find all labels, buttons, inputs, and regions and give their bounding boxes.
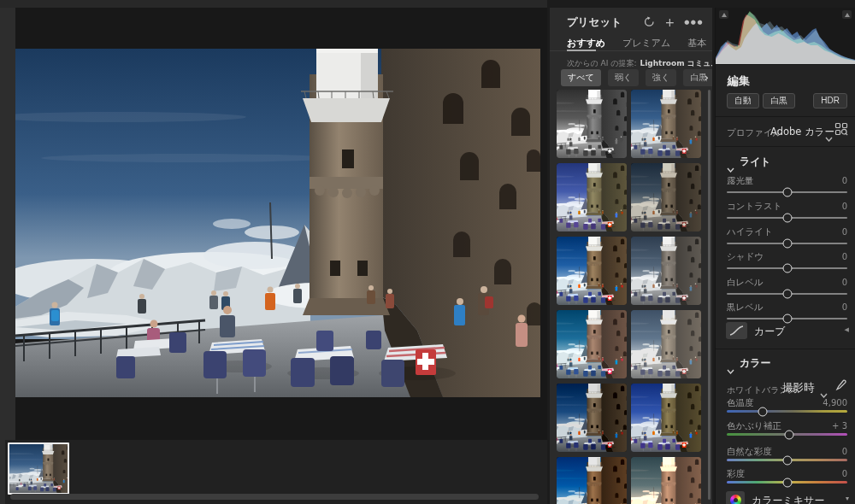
wb-value[interactable]: 撮影時	[782, 381, 815, 396]
vibrance-slider[interactable]	[727, 459, 847, 461]
filter-chip-strong[interactable]: 強く	[646, 69, 676, 86]
bw-button[interactable]: 白黒	[763, 93, 795, 108]
preset-thumbnail[interactable]	[557, 237, 627, 305]
curve-icon[interactable]	[726, 322, 747, 339]
preset-thumbnail[interactable]	[631, 237, 701, 305]
chips-scroll-right-icon[interactable]: ›	[705, 71, 709, 84]
lightroom-app: プリセット + ●●● おすすめ プレミアム 基本 次からの AI の提案:Li…	[0, 0, 855, 504]
top-strip	[0, 0, 547, 8]
filmstrip-thumbnail[interactable]	[8, 442, 69, 495]
divider	[716, 349, 855, 349]
slider-value: 0	[842, 302, 847, 312]
preset-thumbnail[interactable]	[631, 384, 701, 452]
slider-value: 0	[842, 227, 847, 237]
edit-panel: 編集 自動 白黒 HDR プロファイル Adobe カラー ライト 露光量 0 …	[715, 8, 855, 504]
preset-thumbnail[interactable]	[557, 90, 627, 158]
shadow-clipping-icon[interactable]	[719, 10, 728, 19]
divider	[716, 64, 855, 65]
whites-slider[interactable]	[727, 293, 847, 295]
preset-thumbnail[interactable]	[631, 163, 701, 231]
collapse-left-icon[interactable]: ◀	[845, 326, 849, 333]
hdr-button[interactable]: HDR	[813, 93, 847, 108]
divider	[716, 116, 855, 117]
slider-value: 0	[842, 252, 847, 261]
preset-thumbnail[interactable]	[557, 457, 627, 504]
slider-label: 自然な彩度	[727, 446, 772, 458]
ai-suggestion-text: 次からの AI の提案:Lightroom コミュニティ	[567, 58, 712, 69]
divider	[716, 146, 855, 147]
presets-scrollbar[interactable]	[708, 90, 711, 500]
preset-thumbnail[interactable]	[557, 163, 627, 231]
preset-grid	[557, 90, 701, 504]
preset-thumbnail[interactable]	[557, 310, 627, 378]
temperature-slider[interactable]	[727, 410, 847, 413]
edit-title: 編集	[728, 73, 750, 89]
filmstrip	[5, 440, 547, 504]
chevron-down-icon[interactable]	[825, 129, 833, 145]
slider-label: ハイライト	[727, 226, 773, 238]
slider-label: 露光量	[727, 175, 754, 187]
slider-value: 4,900	[823, 398, 847, 407]
revert-icon[interactable]	[644, 16, 655, 28]
preset-thumbnail[interactable]	[557, 384, 627, 452]
browse-profiles-icon[interactable]	[834, 122, 848, 139]
slider-value: 0	[842, 176, 847, 185]
color-wheel-icon[interactable]	[726, 491, 745, 504]
chevron-down-icon[interactable]	[727, 160, 734, 176]
slider-label: 黒レベル	[727, 302, 764, 314]
preset-thumbnail[interactable]	[631, 457, 701, 504]
exposure-slider[interactable]	[727, 191, 847, 193]
tab-recommended[interactable]: おすすめ	[567, 37, 605, 50]
slider-label: 白レベル	[727, 277, 764, 289]
color-section-header[interactable]: カラー	[740, 356, 771, 371]
collapse-down-icon[interactable]: ▾	[846, 495, 849, 502]
histogram[interactable]	[716, 8, 855, 64]
left-toolbar-rail	[0, 8, 15, 504]
slider-value: 0	[842, 202, 847, 211]
slider-value: 0	[842, 447, 847, 456]
highlights-slider[interactable]	[727, 243, 847, 244]
active-tab-underline	[567, 50, 596, 51]
light-section-header[interactable]: ライト	[740, 155, 771, 169]
slider-value: + 3	[832, 421, 847, 431]
slider-label: 色かぶり補正	[727, 420, 781, 432]
preset-thumbnail[interactable]	[631, 310, 701, 378]
add-preset-icon[interactable]: +	[664, 16, 675, 28]
slider-label: 色温度	[727, 397, 754, 409]
saturation-slider[interactable]	[727, 481, 847, 483]
presets-panel: プリセット + ●●● おすすめ プレミアム 基本 次からの AI の提案:Li…	[550, 8, 712, 504]
tab-basic[interactable]: 基本	[687, 37, 706, 50]
presets-title: プリセット	[567, 15, 622, 30]
highlight-clipping-icon[interactable]	[842, 10, 852, 19]
filter-chip-subtle[interactable]: 弱く	[608, 69, 639, 86]
slider-value: 0	[842, 278, 847, 287]
preset-thumbnail[interactable]	[631, 90, 701, 158]
main-photo[interactable]	[15, 49, 540, 397]
slider-label: コントラスト	[727, 201, 781, 213]
filmstrip-scrollbar[interactable]	[10, 494, 539, 500]
slider-label: シャドウ	[727, 251, 764, 263]
more-options-icon[interactable]: ●●●	[684, 16, 704, 28]
photo-viewport	[15, 8, 547, 440]
auto-button[interactable]: 自動	[727, 93, 759, 108]
chevron-down-icon[interactable]	[727, 361, 734, 378]
curve-label[interactable]: カーブ	[754, 325, 786, 339]
slider-value: 0	[842, 469, 847, 478]
slider-label: 彩度	[727, 468, 745, 480]
filter-chip-all[interactable]: すべて	[561, 69, 601, 86]
color-mixer-label[interactable]: カラーミキサー	[752, 494, 824, 504]
blacks-slider[interactable]	[727, 318, 847, 319]
presets-tabs: おすすめ プレミアム 基本	[567, 37, 706, 50]
tab-premium[interactable]: プレミアム	[622, 37, 670, 50]
eyedropper-icon[interactable]	[835, 378, 846, 395]
shadows-slider[interactable]	[727, 267, 847, 269]
tint-slider[interactable]	[727, 433, 847, 436]
preset-filter-chips: すべて 弱く 強く 白黒 寒色	[561, 69, 712, 86]
contrast-slider[interactable]	[727, 217, 847, 219]
